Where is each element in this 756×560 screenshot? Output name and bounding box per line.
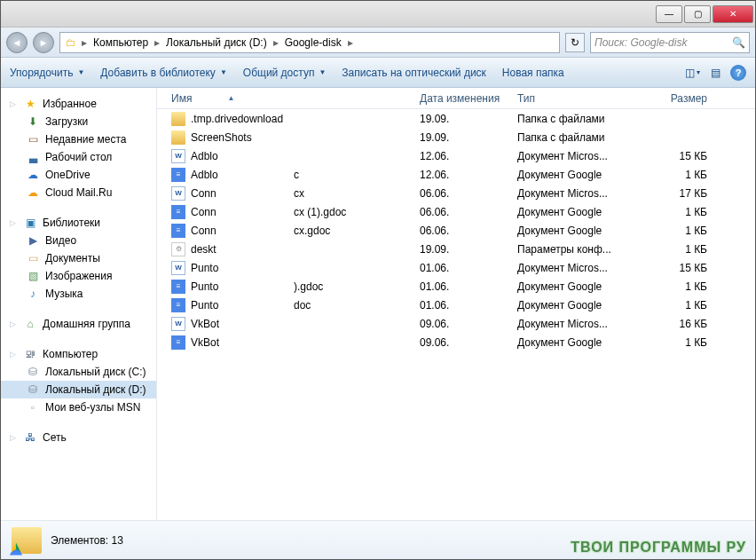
file-type: Документ Micros... (510, 262, 643, 274)
toolbar: Упорядочить▼ Добавить в библиотеку▼ Общи… (1, 58, 755, 88)
sidebar-item[interactable]: ⬇ Загрузки (1, 113, 156, 130)
file-row[interactable]: W Conn cx 06.06. Документ Micros... 17 К… (157, 184, 755, 202)
search-icon: 🔍 (732, 36, 745, 49)
file-row[interactable]: ScreenShots 19.09. Папка с файлами (157, 128, 755, 146)
search-placeholder: Поиск: Google-disk (595, 36, 687, 49)
file-type: Документ Google (510, 280, 643, 293)
view-options-button[interactable]: ◫▾ (684, 65, 700, 81)
preview-pane-button[interactable]: ▤ (707, 65, 723, 81)
crumb-google-disk[interactable]: Google-disk (282, 36, 344, 49)
sidebar-item-label: Локальный диск (D:) (45, 383, 146, 396)
sidebar-item[interactable]: ☁ OneDrive (1, 166, 156, 184)
sidebar-item[interactable]: ☁ Cloud Mail.Ru (1, 184, 156, 201)
minimize-button[interactable]: — (656, 5, 682, 23)
file-name: Adblo (191, 169, 288, 181)
file-type: Документ Google (510, 169, 643, 181)
file-name: Punto (191, 280, 288, 293)
address-bar: ◄ ► 🗀 ▸ Компьютер ▸ Локальный диск (D:) … (1, 28, 755, 58)
watermark: ТВОИ ПРОГРАММЫ РУ (571, 540, 746, 556)
recent-icon: ▭ (26, 132, 40, 146)
sidebar-item-label: Загрузки (45, 115, 88, 128)
file-name: Punto (191, 262, 288, 274)
gdoc-icon: ≡ (171, 205, 185, 219)
forward-button[interactable]: ► (33, 32, 54, 53)
doc-icon: ▭ (26, 251, 40, 265)
file-row[interactable]: .tmp.drivedownload 19.09. Папка с файлам… (157, 109, 755, 128)
file-date: 19.09. (413, 131, 510, 144)
file-name: Conn (191, 187, 288, 200)
file-type: Документ Google (510, 225, 643, 237)
sidebar-item[interactable]: ▫ Мои веб-узлы MSN (1, 398, 156, 416)
back-button[interactable]: ◄ (6, 32, 28, 53)
add-to-library-menu[interactable]: Добавить в библиотеку▼ (100, 67, 226, 79)
file-row[interactable]: ≡ Conn cx.gdoc 06.06. Документ Google 1 … (157, 221, 755, 240)
sidebar-homegroup[interactable]: ⌂ Домашняя группа (1, 315, 156, 333)
file-row[interactable]: W Punto 01.06. Документ Micros... 15 КБ (157, 258, 755, 277)
close-button[interactable]: ✕ (713, 5, 753, 23)
organize-menu[interactable]: Упорядочить▼ (10, 67, 84, 79)
sidebar-computer[interactable]: 🖳 Компьютер (1, 345, 156, 363)
file-name: Conn (191, 206, 288, 218)
share-menu[interactable]: Общий доступ▼ (243, 67, 327, 79)
search-input[interactable]: Поиск: Google-disk 🔍 (590, 32, 750, 53)
file-size: 1 КБ (643, 225, 714, 237)
gdoc-icon: ≡ (171, 335, 185, 350)
word-icon: W (171, 261, 185, 275)
file-date: 19.09. (413, 243, 510, 256)
column-date[interactable]: Дата изменения (413, 92, 510, 105)
column-headers: Имя▲ Дата изменения Тип Размер (157, 88, 755, 109)
sidebar-item[interactable]: ▶ Видео (1, 232, 156, 249)
vid-icon: ▶ (26, 233, 40, 248)
file-row[interactable]: ⚙ deskt 19.09. Параметры конф... 1 КБ (157, 240, 755, 258)
file-row[interactable]: ≡ Adblo c 12.06. Документ Google 1 КБ (157, 165, 755, 184)
file-size: 1 КБ (643, 336, 714, 349)
sidebar-network[interactable]: 🖧 Сеть (1, 429, 156, 446)
file-size: 15 КБ (643, 150, 714, 162)
file-row[interactable]: ≡ VkBot 09.06. Документ Google 1 КБ (157, 333, 755, 351)
folder-icon (171, 130, 185, 145)
sidebar-item[interactable]: ▃ Рабочий стол (1, 148, 156, 166)
sidebar-favorites[interactable]: ★ Избранное (1, 95, 156, 113)
file-row[interactable]: W Adblo 12.06. Документ Micros... 15 КБ (157, 146, 755, 165)
breadcrumb[interactable]: 🗀 ▸ Компьютер ▸ Локальный диск (D:) ▸ Go… (59, 32, 560, 53)
file-row[interactable]: W VkBot 09.06. Документ Micros... 16 КБ (157, 314, 755, 333)
file-name: .tmp.drivedownload (191, 113, 288, 125)
file-date: 12.06. (413, 150, 510, 162)
sidebar-item-label: Cloud Mail.Ru (45, 186, 112, 199)
column-name[interactable]: Имя▲ (164, 92, 413, 105)
file-type: Папка с файлами (510, 113, 643, 125)
sort-asc-icon: ▲ (227, 94, 234, 102)
sidebar-item-label: Видео (45, 234, 76, 247)
sidebar-item[interactable]: ♪ Музыка (1, 285, 156, 303)
file-date: 01.06. (413, 299, 510, 312)
file-size: 1 КБ (643, 206, 714, 218)
file-row[interactable]: ≡ Conn cx (1).gdoc 06.06. Документ Googl… (157, 202, 755, 221)
new-folder-button[interactable]: Новая папка (502, 67, 564, 79)
sidebar-item-label: Музыка (45, 288, 83, 300)
sidebar-libraries[interactable]: ▣ Библиотеки (1, 214, 156, 232)
file-name: VkBot (191, 336, 288, 349)
mail-icon: ☁ (26, 185, 40, 200)
word-icon: W (171, 149, 185, 163)
refresh-button[interactable]: ↻ (565, 33, 585, 52)
file-name-suffix: doc (294, 299, 311, 312)
network-icon: 🖧 (23, 430, 37, 445)
crumb-computer[interactable]: Компьютер (91, 36, 151, 49)
sidebar-item[interactable]: ▭ Недавние места (1, 130, 156, 148)
sidebar-item[interactable]: ⛁ Локальный диск (D:) (1, 381, 156, 398)
burn-button[interactable]: Записать на оптический диск (342, 67, 486, 79)
file-date: 06.06. (413, 187, 510, 200)
file-row[interactable]: ≡ Punto doc 01.06. Документ Google 1 КБ (157, 296, 755, 314)
sidebar-item[interactable]: ▭ Документы (1, 249, 156, 267)
file-date: 09.06. (413, 336, 510, 349)
column-size[interactable]: Размер (643, 92, 714, 105)
crumb-disk-d[interactable]: Локальный диск (D:) (163, 36, 270, 49)
sidebar-item[interactable]: ▧ Изображения (1, 267, 156, 285)
file-row[interactable]: ≡ Punto ).gdoc 01.06. Документ Google 1 … (157, 277, 755, 296)
help-button[interactable]: ? (730, 65, 746, 81)
onedrive-icon: ☁ (26, 168, 40, 182)
file-date: 01.06. (413, 280, 510, 293)
column-type[interactable]: Тип (510, 92, 643, 105)
sidebar-item[interactable]: ⛁ Локальный диск (C:) (1, 363, 156, 381)
maximize-button[interactable]: ▢ (684, 5, 711, 23)
